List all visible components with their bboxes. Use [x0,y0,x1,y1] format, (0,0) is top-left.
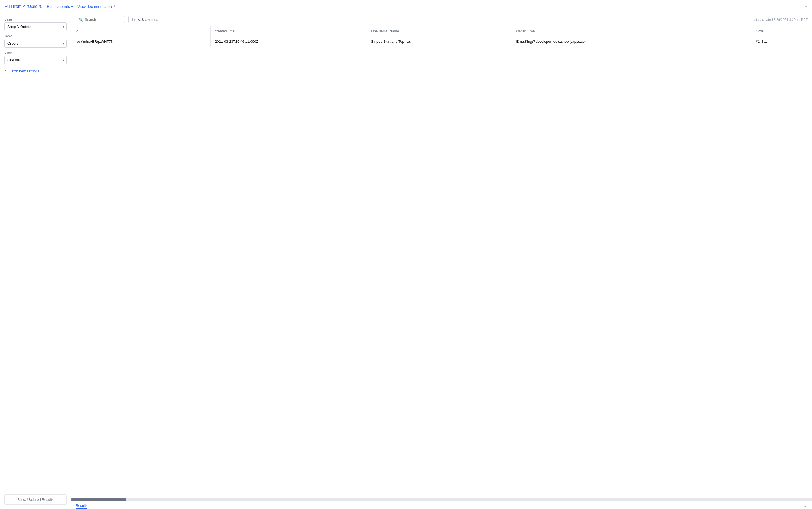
table-label: Table [4,34,67,38]
edit-accounts-button[interactable]: Edit accounts ▾ [47,4,73,9]
table-header-row: id createdTime Line Items: Name Order: E… [71,26,812,36]
view-docs-label: View documentation [77,4,112,9]
row-count-badge: 1 row, 8 columns [128,16,161,23]
fetch-refresh-icon: ↻ [4,69,8,73]
fetch-settings-button[interactable]: ↻ Fetch new settings [4,69,67,73]
cell-created-time: 2021-03-23T19:46:11.000Z [210,36,367,47]
table-field: Table Orders ▾ [4,34,67,48]
app-title: Pull from Airtable ↻ [4,4,42,9]
base-select[interactable]: Shopify Orders [4,23,67,31]
bottom-area: Results ··· [71,498,812,509]
table-container: id createdTime Line Items: Name Order: E… [71,26,812,498]
close-button[interactable]: × [804,4,808,9]
col-header-created-time: createdTime [210,26,367,36]
view-label: View [4,51,67,55]
cell-order-email: Erna.King@developer-tools.shopifyapps.co… [512,36,751,47]
search-icon: 🔍 [79,18,83,22]
data-table: id createdTime Line Items: Name Order: E… [71,26,812,47]
app-header: Pull from Airtable ↻ Edit accounts ▾ Vie… [0,0,812,13]
col-header-order-email: Order: Email [512,26,751,36]
col-header-line-items-name: Line Items: Name [366,26,512,36]
table-select-wrapper: Orders ▾ [4,39,67,48]
results-tab[interactable]: Results [76,504,88,509]
base-select-wrapper: Shopify Orders ▾ [4,23,67,31]
base-field: Base Shopify Orders ▾ [4,18,67,31]
table-row[interactable]: recYmhxVBRqxWNT7N 2021-03-23T19:46:11.00… [71,36,812,47]
col-header-order-num: Orde… [751,26,812,36]
last-calculated: Last calculated 3/29/2021 3:20pm PDT [751,18,808,22]
cell-order-num: #143… [751,36,812,47]
tabs-row: Results ··· [71,501,812,509]
table-select[interactable]: Orders [4,39,67,48]
cell-id: recYmhxVBRqxWNT7N [71,36,210,47]
refresh-icon[interactable]: ↻ [39,4,42,9]
content-area: 🔍 1 row, 8 columns Last calculated 3/29/… [71,13,812,509]
view-select[interactable]: Grid view [4,56,67,64]
view-field: View Grid view ▾ [4,51,67,64]
chevron-down-icon: ▾ [71,4,73,9]
view-docs-button[interactable]: View documentation ↗ [77,4,116,9]
main-layout: Base Shopify Orders ▾ Table Orders ▾ Vie… [0,13,812,509]
search-box: 🔍 [76,16,125,23]
fetch-settings-label: Fetch new settings [9,69,39,73]
horizontal-scrollbar[interactable] [71,498,812,501]
search-input[interactable] [85,18,122,22]
cell-line-items-name: Striped Skirt and Top - xs [366,36,512,47]
col-header-id: id [71,26,210,36]
sidebar: Base Shopify Orders ▾ Table Orders ▾ Vie… [0,13,71,509]
base-label: Base [4,18,67,21]
more-options-icon[interactable]: ··· [804,503,808,509]
content-header: 🔍 1 row, 8 columns Last calculated 3/29/… [71,13,812,26]
view-select-wrapper: Grid view ▾ [4,56,67,64]
scrollbar-thumb [71,498,126,501]
sidebar-footer: Show Updated Results [4,495,67,505]
edit-accounts-label: Edit accounts [47,4,70,9]
title-text: Pull from Airtable [4,4,38,9]
external-link-icon: ↗ [113,5,116,8]
show-updated-button[interactable]: Show Updated Results [4,495,67,505]
